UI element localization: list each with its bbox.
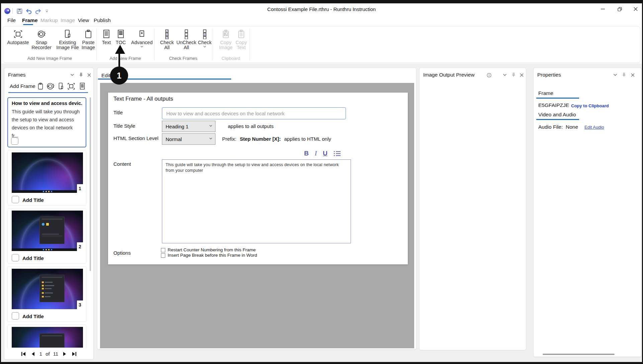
add-title-label: Add Title bbox=[22, 314, 44, 319]
ribbon-button-check-all[interactable]: Check All bbox=[157, 28, 177, 56]
frame-thumbnail[interactable]: 1 bbox=[12, 152, 83, 193]
frame-thumbnail[interactable] bbox=[12, 327, 83, 348]
bold-button[interactable]: B bbox=[304, 150, 309, 156]
properties-close-button[interactable] bbox=[630, 72, 635, 78]
title-input[interactable] bbox=[162, 107, 346, 119]
frames-collapse-button[interactable] bbox=[70, 72, 75, 78]
italic-button[interactable]: I bbox=[315, 150, 317, 156]
edit-audio-link[interactable]: Edit Audio bbox=[584, 125, 604, 130]
underline-button[interactable]: U bbox=[323, 150, 328, 156]
copy-text-icon bbox=[236, 29, 246, 39]
frame-card-checkbox[interactable] bbox=[11, 137, 18, 145]
menu-publish[interactable]: Publish bbox=[94, 17, 111, 23]
titlebar: Contossi Example File.rthru - Runthru In… bbox=[1, 3, 642, 15]
menu-markup[interactable]: Markup bbox=[40, 17, 58, 23]
edit-tab[interactable]: Edit bbox=[101, 73, 110, 79]
properties-horizontal-scrollbar[interactable] bbox=[543, 354, 615, 355]
html-section-level-label: HTML Section Level bbox=[113, 135, 159, 141]
content-textarea[interactable]: This guide will take you through the set… bbox=[162, 159, 351, 243]
ribbon-button-snap-recorder[interactable]: Snap Recorder bbox=[31, 28, 52, 56]
window-title: Contossi Example File.rthru - Runthru In… bbox=[1, 6, 642, 12]
properties-pin-button[interactable] bbox=[621, 72, 627, 78]
image-frame-card[interactable]: 1 Add Title bbox=[7, 150, 86, 206]
frame-thumbnail[interactable]: 3 bbox=[12, 269, 83, 309]
ribbon-button-uncheck-all[interactable]: UnCheck All bbox=[175, 28, 197, 56]
ribbon-button-check[interactable]: Check bbox=[196, 28, 213, 56]
title-style-note: applies to all outputs bbox=[228, 123, 274, 129]
frames-scrollbar[interactable] bbox=[90, 97, 91, 271]
add-frame-label: Add Frame bbox=[10, 83, 35, 89]
image-frame-card[interactable]: 3 Add Title bbox=[7, 266, 86, 322]
copy-to-clipboard-link[interactable]: Copy to Clipboard bbox=[571, 103, 609, 108]
advanced-frame-icon bbox=[137, 29, 147, 39]
last-page-button[interactable] bbox=[71, 351, 77, 357]
add-snap-recorder-frame-button[interactable] bbox=[45, 81, 56, 91]
close-button[interactable] bbox=[630, 4, 641, 14]
restart-counter-checkbox[interactable] bbox=[161, 248, 165, 252]
preview-collapse-button[interactable] bbox=[502, 72, 508, 78]
frames-pin-button[interactable] bbox=[78, 72, 84, 78]
prefix-applies-note: applies to HTML only bbox=[284, 136, 331, 142]
pin-icon bbox=[511, 73, 516, 77]
text-frame-card-selected[interactable]: How to view and access devic... This gui… bbox=[7, 97, 86, 147]
restore-button[interactable] bbox=[614, 4, 625, 14]
title-style-dropdown[interactable]: Heading 1 bbox=[162, 121, 215, 132]
app-window: Contossi Example File.rthru - Runthru In… bbox=[0, 0, 643, 364]
preview-pin-button[interactable] bbox=[511, 72, 516, 78]
menu-image[interactable]: Image bbox=[61, 17, 75, 23]
copy-image-icon bbox=[221, 29, 231, 39]
frames-panel: Frames Add Frame How to view and acce bbox=[4, 68, 94, 360]
menu-view[interactable]: View bbox=[78, 17, 89, 23]
ribbon-button-autopaste[interactable]: Autopaste bbox=[6, 28, 30, 56]
info-icon bbox=[486, 73, 492, 78]
close-icon bbox=[87, 73, 91, 77]
window-top-edge bbox=[0, 0, 643, 3]
uncheck-all-icon bbox=[181, 29, 191, 39]
pin-icon bbox=[79, 73, 83, 77]
first-page-button[interactable] bbox=[21, 351, 27, 357]
frame-card-title: How to view and access devic... bbox=[12, 101, 83, 106]
title-style-label: Title Style bbox=[113, 123, 135, 129]
html-section-level-dropdown[interactable]: Normal bbox=[162, 133, 215, 145]
minimize-button[interactable] bbox=[597, 4, 609, 14]
insert-page-break-checkbox[interactable] bbox=[161, 253, 165, 258]
thumbnail-taskbar bbox=[12, 190, 83, 193]
menu-frame[interactable]: Frame bbox=[22, 17, 38, 23]
previous-page-button[interactable] bbox=[30, 351, 36, 357]
add-title-checkbox[interactable] bbox=[12, 254, 19, 261]
frames-pagination: 1 of 11 bbox=[4, 351, 93, 357]
ribbon-button-copy-image[interactable]: Copy Image bbox=[216, 28, 235, 56]
image-output-preview-title: Image Output Preview bbox=[423, 72, 474, 78]
frames-close-button[interactable] bbox=[86, 72, 92, 78]
add-text-frame-button[interactable] bbox=[77, 81, 87, 91]
add-title-checkbox[interactable] bbox=[12, 196, 19, 203]
add-paste-image-frame-button[interactable] bbox=[35, 81, 45, 91]
chevron-down-icon bbox=[503, 74, 507, 76]
ribbon-button-advanced[interactable]: Advanced bbox=[129, 28, 155, 56]
check-all-icon bbox=[162, 29, 172, 39]
add-autopaste-frame-button[interactable] bbox=[66, 81, 76, 91]
paste-image-icon bbox=[83, 29, 93, 39]
thumbnail-dialog bbox=[39, 275, 65, 302]
ribbon-button-paste-image[interactable]: Paste Image bbox=[79, 28, 98, 56]
add-existing-image-frame-button[interactable] bbox=[56, 81, 66, 91]
frame-section-underline bbox=[536, 98, 579, 99]
frame-thumbnail[interactable]: 2 bbox=[12, 211, 83, 251]
menu-file[interactable]: File bbox=[7, 17, 16, 23]
next-page-button[interactable] bbox=[62, 351, 68, 357]
add-title-checkbox[interactable] bbox=[12, 312, 19, 320]
ribbon: Autopaste Snap Recorder Existing Image F… bbox=[3, 26, 640, 63]
ribbon-button-text[interactable]: Text bbox=[99, 28, 114, 56]
next-page-icon bbox=[63, 352, 67, 356]
ribbon-button-copy-text[interactable]: Copy Text bbox=[233, 28, 250, 56]
image-frame-card[interactable]: 2 Add Title bbox=[7, 208, 86, 264]
properties-collapse-button[interactable] bbox=[613, 72, 618, 78]
ribbon-button-existing-image-file[interactable]: Existing Image File bbox=[54, 28, 82, 56]
annotation-step-number: 1 bbox=[117, 71, 121, 81]
annotation-step-circle: 1 bbox=[110, 67, 128, 85]
image-frame-card-partial[interactable] bbox=[7, 325, 86, 349]
preview-close-button[interactable] bbox=[519, 72, 524, 78]
thumbnail-dialog bbox=[39, 333, 65, 348]
bullet-list-button[interactable] bbox=[334, 151, 341, 156]
title-label: Title bbox=[113, 110, 123, 115]
